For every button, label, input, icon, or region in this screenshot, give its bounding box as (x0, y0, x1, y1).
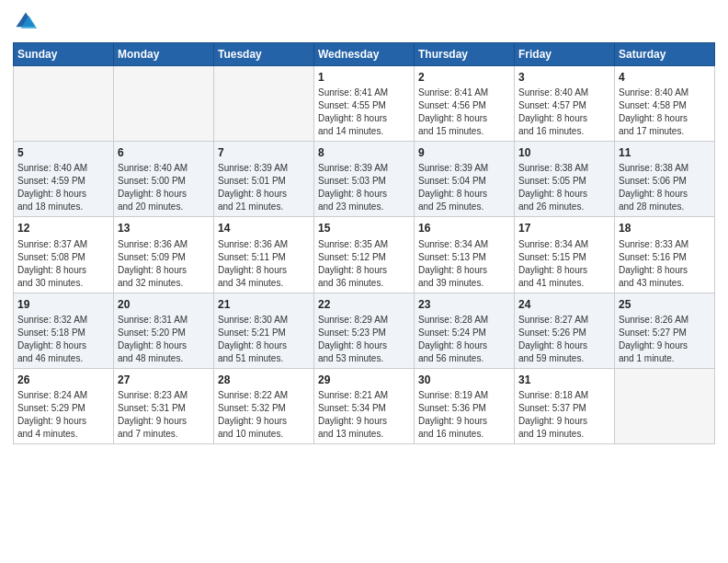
calendar-day-cell: 22Sunrise: 8:29 AM Sunset: 5:23 PM Dayli… (314, 293, 415, 368)
day-info: Sunrise: 8:34 AM Sunset: 5:15 PM Dayligh… (518, 238, 610, 290)
calendar-day-cell: 6Sunrise: 8:40 AM Sunset: 5:00 PM Daylig… (114, 142, 214, 217)
calendar-day-cell: 19Sunrise: 8:32 AM Sunset: 5:18 PM Dayli… (14, 293, 114, 368)
calendar-week-row: 12Sunrise: 8:37 AM Sunset: 5:08 PM Dayli… (14, 217, 715, 293)
day-number: 1 (318, 70, 410, 85)
day-number: 21 (218, 297, 310, 312)
calendar-day-cell: 29Sunrise: 8:21 AM Sunset: 5:34 PM Dayli… (314, 368, 415, 443)
day-number: 20 (118, 297, 210, 312)
day-info: Sunrise: 8:32 AM Sunset: 5:18 PM Dayligh… (17, 314, 109, 365)
calendar-day-cell: 25Sunrise: 8:26 AM Sunset: 5:27 PM Dayli… (615, 293, 715, 368)
calendar-week-row: 26Sunrise: 8:24 AM Sunset: 5:29 PM Dayli… (14, 368, 715, 443)
day-number: 23 (418, 297, 510, 312)
calendar-day-cell (14, 66, 114, 142)
day-info: Sunrise: 8:39 AM Sunset: 5:03 PM Dayligh… (318, 162, 410, 213)
day-number: 4 (619, 70, 711, 85)
day-info: Sunrise: 8:31 AM Sunset: 5:20 PM Dayligh… (118, 314, 210, 365)
calendar-day-cell: 9Sunrise: 8:39 AM Sunset: 5:04 PM Daylig… (415, 142, 515, 217)
calendar-table: SundayMondayTuesdayWednesdayThursdayFrid… (13, 42, 715, 444)
calendar-day-cell: 23Sunrise: 8:28 AM Sunset: 5:24 PM Dayli… (415, 293, 515, 368)
day-info: Sunrise: 8:36 AM Sunset: 5:09 PM Dayligh… (118, 238, 210, 290)
day-number: 29 (318, 373, 410, 387)
calendar-day-cell (615, 368, 715, 443)
day-info: Sunrise: 8:23 AM Sunset: 5:31 PM Dayligh… (118, 389, 210, 441)
day-info: Sunrise: 8:40 AM Sunset: 4:59 PM Dayligh… (17, 162, 109, 213)
day-info: Sunrise: 8:40 AM Sunset: 4:57 PM Dayligh… (518, 86, 610, 138)
weekday-header-monday: Monday (114, 43, 214, 66)
day-info: Sunrise: 8:28 AM Sunset: 5:24 PM Dayligh… (418, 314, 510, 365)
day-number: 25 (619, 297, 711, 312)
day-info: Sunrise: 8:29 AM Sunset: 5:23 PM Dayligh… (318, 314, 410, 365)
day-number: 13 (118, 221, 210, 236)
day-info: Sunrise: 8:35 AM Sunset: 5:12 PM Dayligh… (318, 238, 410, 290)
day-info: Sunrise: 8:30 AM Sunset: 5:21 PM Dayligh… (218, 314, 310, 365)
weekday-header-friday: Friday (515, 43, 615, 66)
day-info: Sunrise: 8:18 AM Sunset: 5:37 PM Dayligh… (518, 389, 610, 441)
day-number: 9 (418, 145, 510, 160)
day-info: Sunrise: 8:33 AM Sunset: 5:16 PM Dayligh… (619, 238, 711, 290)
day-number: 24 (518, 297, 610, 312)
calendar-day-cell: 4Sunrise: 8:40 AM Sunset: 4:58 PM Daylig… (615, 66, 715, 142)
calendar-day-cell: 15Sunrise: 8:35 AM Sunset: 5:12 PM Dayli… (314, 217, 415, 293)
weekday-header-row: SundayMondayTuesdayWednesdayThursdayFrid… (14, 43, 715, 66)
day-number: 14 (218, 221, 310, 236)
day-number: 5 (17, 145, 109, 160)
day-number: 12 (17, 221, 109, 236)
calendar-day-cell: 17Sunrise: 8:34 AM Sunset: 5:15 PM Dayli… (515, 217, 615, 293)
calendar-week-row: 19Sunrise: 8:32 AM Sunset: 5:18 PM Dayli… (14, 293, 715, 368)
logo-icon (13, 9, 39, 35)
day-info: Sunrise: 8:21 AM Sunset: 5:34 PM Dayligh… (318, 389, 410, 441)
calendar-day-cell: 27Sunrise: 8:23 AM Sunset: 5:31 PM Dayli… (114, 368, 214, 443)
calendar-day-cell: 5Sunrise: 8:40 AM Sunset: 4:59 PM Daylig… (14, 142, 114, 217)
calendar-day-cell: 16Sunrise: 8:34 AM Sunset: 5:13 PM Dayli… (415, 217, 515, 293)
day-number: 18 (619, 221, 711, 236)
day-number: 30 (418, 373, 510, 387)
day-info: Sunrise: 8:39 AM Sunset: 5:04 PM Dayligh… (418, 162, 510, 213)
day-info: Sunrise: 8:22 AM Sunset: 5:32 PM Dayligh… (218, 389, 310, 441)
day-number: 3 (518, 70, 610, 85)
calendar-day-cell: 30Sunrise: 8:19 AM Sunset: 5:36 PM Dayli… (415, 368, 515, 443)
day-info: Sunrise: 8:27 AM Sunset: 5:26 PM Dayligh… (518, 314, 610, 365)
calendar-day-cell: 7Sunrise: 8:39 AM Sunset: 5:01 PM Daylig… (214, 142, 314, 217)
calendar-day-cell: 14Sunrise: 8:36 AM Sunset: 5:11 PM Dayli… (214, 217, 314, 293)
calendar-day-cell: 26Sunrise: 8:24 AM Sunset: 5:29 PM Dayli… (14, 368, 114, 443)
calendar-week-row: 1Sunrise: 8:41 AM Sunset: 4:55 PM Daylig… (14, 66, 715, 142)
calendar-day-cell: 3Sunrise: 8:40 AM Sunset: 4:57 PM Daylig… (515, 66, 615, 142)
calendar-day-cell: 10Sunrise: 8:38 AM Sunset: 5:05 PM Dayli… (515, 142, 615, 217)
day-number: 8 (318, 145, 410, 160)
day-number: 11 (619, 145, 711, 160)
day-number: 26 (17, 373, 109, 387)
day-number: 2 (418, 70, 510, 85)
day-number: 22 (318, 297, 410, 312)
weekday-header-tuesday: Tuesday (214, 43, 314, 66)
day-number: 27 (118, 373, 210, 387)
day-number: 16 (418, 221, 510, 236)
day-number: 17 (518, 221, 610, 236)
calendar-day-cell: 13Sunrise: 8:36 AM Sunset: 5:09 PM Dayli… (114, 217, 214, 293)
day-info: Sunrise: 8:41 AM Sunset: 4:55 PM Dayligh… (318, 86, 410, 138)
calendar-week-row: 5Sunrise: 8:40 AM Sunset: 4:59 PM Daylig… (14, 142, 715, 217)
calendar-day-cell: 12Sunrise: 8:37 AM Sunset: 5:08 PM Dayli… (14, 217, 114, 293)
calendar-day-cell: 21Sunrise: 8:30 AM Sunset: 5:21 PM Dayli… (214, 293, 314, 368)
calendar-day-cell (114, 66, 214, 142)
day-info: Sunrise: 8:19 AM Sunset: 5:36 PM Dayligh… (418, 389, 510, 441)
weekday-header-sunday: Sunday (14, 43, 114, 66)
calendar-day-cell: 8Sunrise: 8:39 AM Sunset: 5:03 PM Daylig… (314, 142, 415, 217)
day-number: 10 (518, 145, 610, 160)
calendar-day-cell: 1Sunrise: 8:41 AM Sunset: 4:55 PM Daylig… (314, 66, 415, 142)
day-info: Sunrise: 8:40 AM Sunset: 4:58 PM Dayligh… (619, 86, 711, 138)
calendar-day-cell (214, 66, 314, 142)
day-info: Sunrise: 8:34 AM Sunset: 5:13 PM Dayligh… (418, 238, 510, 290)
calendar-day-cell: 20Sunrise: 8:31 AM Sunset: 5:20 PM Dayli… (114, 293, 214, 368)
weekday-header-thursday: Thursday (415, 43, 515, 66)
day-info: Sunrise: 8:26 AM Sunset: 5:27 PM Dayligh… (619, 314, 711, 365)
day-info: Sunrise: 8:38 AM Sunset: 5:05 PM Dayligh… (518, 162, 610, 213)
day-number: 19 (17, 297, 109, 312)
weekday-header-wednesday: Wednesday (314, 43, 415, 66)
day-info: Sunrise: 8:36 AM Sunset: 5:11 PM Dayligh… (218, 238, 310, 290)
calendar-day-cell: 11Sunrise: 8:38 AM Sunset: 5:06 PM Dayli… (615, 142, 715, 217)
day-number: 31 (518, 373, 610, 387)
calendar-day-cell: 2Sunrise: 8:41 AM Sunset: 4:56 PM Daylig… (415, 66, 515, 142)
day-number: 7 (218, 145, 310, 160)
calendar-day-cell: 28Sunrise: 8:22 AM Sunset: 5:32 PM Dayli… (214, 368, 314, 443)
day-info: Sunrise: 8:39 AM Sunset: 5:01 PM Dayligh… (218, 162, 310, 213)
